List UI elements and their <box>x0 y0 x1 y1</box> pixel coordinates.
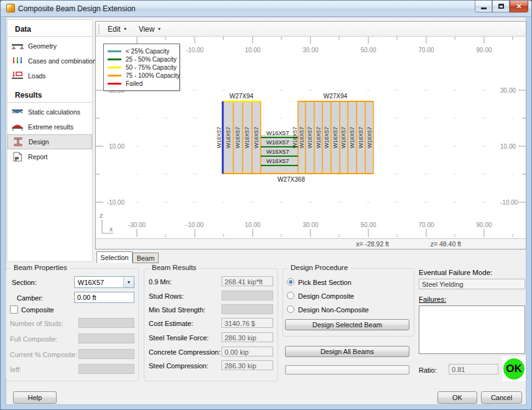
sidebar-item-design[interactable]: Design <box>7 134 92 149</box>
menu-edit[interactable]: Edit▼ <box>104 24 131 35</box>
axis-tick-label: 30.00 <box>302 47 318 54</box>
result-row-label: 0.9 Mn: <box>149 278 172 286</box>
design-canvas-panel: Edit▼ View▼ -10.00 10.00 30.00 50.00 70.… <box>95 21 526 249</box>
loads-icon <box>11 71 24 81</box>
window-maximize-button[interactable] <box>492 1 510 12</box>
result-row-label: Steel Tensile Force: <box>149 334 208 342</box>
vertical-beam-label: W16X57 <box>349 127 355 149</box>
sidebar-item-cases[interactable]: Cases and combinations <box>7 54 92 68</box>
ieff-label: Ieff: <box>10 366 21 373</box>
group-title: Design Procedure <box>288 264 350 271</box>
sidebar-item-static-calculations[interactable]: Static calculations <box>7 105 92 119</box>
radio-design-non-composite[interactable] <box>287 305 294 313</box>
legend-item: Failed <box>108 80 176 88</box>
chevron-down-icon[interactable]: ▼ <box>123 277 134 287</box>
axis-x-label: x <box>110 226 113 233</box>
current-percent-composite-field <box>78 349 134 359</box>
vertical-beam-label: W16X57 <box>253 127 259 149</box>
number-of-studs-label: Number of Studs: <box>10 320 63 327</box>
sidebar-item-loads[interactable]: Loads <box>7 68 92 83</box>
failure-mode-field: Steel Yielding <box>419 279 525 289</box>
girder-label: W27X94 <box>230 93 254 100</box>
drawing-area[interactable]: -10.00 10.00 30.00 50.00 70.00 90.00 -30… <box>96 37 526 238</box>
result-row-label: Concrete Compression: <box>149 348 221 356</box>
ieff-field <box>78 364 134 374</box>
sidebar-item-label: Geometry <box>28 42 57 50</box>
legend-swatch <box>108 50 121 52</box>
full-composite-field <box>78 333 134 343</box>
radio-label[interactable]: Pick Best Section <box>298 279 352 286</box>
vertical-beam-label: W16X57 <box>292 127 298 149</box>
geometry-icon <box>11 41 24 51</box>
sidebar-item-geometry[interactable]: Geometry <box>7 39 92 54</box>
axis-tick-label: -10.00 <box>186 221 204 228</box>
legend-swatch <box>108 83 121 85</box>
report-icon <box>11 152 24 162</box>
girder-label: W27X94 <box>324 93 348 100</box>
middle-beam-label: W16X57 <box>266 148 289 155</box>
window-close-button[interactable]: ✕ <box>510 1 528 12</box>
vertical-beam-label: W16X57 <box>299 127 305 149</box>
title-bar[interactable]: Composite Beam Design Extension ✕ <box>1 1 532 17</box>
axis-tick-label: 90.00 <box>476 47 492 54</box>
vertical-beam-label: W16X57 <box>216 127 222 149</box>
sidebar-item-label: Report <box>28 153 48 161</box>
sidebar-item-extreme-results[interactable]: Extreme results <box>7 119 92 134</box>
capacity-legend: < 25% Capacity 25 - 50% Capacity 50 - 75… <box>103 44 180 91</box>
chevron-down-icon: ▼ <box>157 27 161 31</box>
radio-design-composite[interactable] <box>287 292 294 299</box>
sidebar: Data Geometry Cases and combinations Loa… <box>7 19 93 262</box>
sidebar-item-label: Design <box>29 138 49 146</box>
axis-tick-label: 10.00 <box>245 221 260 228</box>
sidebar-item-label: Static calculations <box>28 108 80 116</box>
radio-pick-best-section[interactable] <box>287 278 294 286</box>
window-minimize-button[interactable] <box>475 1 492 12</box>
radio-label[interactable]: Design Composite <box>298 292 354 300</box>
sidebar-item-report[interactable]: Report <box>7 149 92 164</box>
axis-z-label: z <box>100 212 103 219</box>
eventual-failure-mode-label: Eventual Failure Mode: <box>419 269 492 276</box>
tab-beam[interactable]: Beam <box>133 253 159 263</box>
axis-tick-label: 90.00 <box>476 221 492 228</box>
menu-view[interactable]: View▼ <box>135 24 166 35</box>
failures-listbox[interactable] <box>419 305 525 354</box>
design-progress-bar <box>285 365 409 375</box>
chevron-down-icon: ▼ <box>123 27 128 31</box>
number-of-studs-field <box>78 318 134 328</box>
result-row-field: 286.30 kip <box>222 332 273 342</box>
legend-swatch <box>108 67 121 68</box>
app-icon <box>6 4 15 12</box>
section-select[interactable]: W16X57 ▼ <box>74 276 134 288</box>
girder-label: W27X368 <box>278 176 305 183</box>
cancel-button[interactable]: Cancel <box>481 391 522 404</box>
axis-tick-label: -10.00 <box>186 47 204 54</box>
axis-tick-label: 70.00 <box>418 47 434 54</box>
axis-tick-label: 70.00 <box>418 221 434 228</box>
tab-selection[interactable]: Selection <box>96 251 133 263</box>
canvas-toolbar: Edit▼ View▼ <box>96 22 526 37</box>
vertical-beam-label: W16X57 <box>315 127 322 149</box>
composite-checkbox-label: Composite <box>21 306 54 314</box>
camber-input[interactable]: 0.00 ft <box>74 292 134 303</box>
composite-checkbox[interactable] <box>10 305 18 314</box>
vertical-beam-label: W16X57 <box>366 127 373 149</box>
design-all-beams-button[interactable]: Design All Beams <box>285 346 409 357</box>
result-row-label: Min Stud Strength: <box>149 306 205 314</box>
static-calculations-icon <box>11 107 24 117</box>
help-button[interactable]: Help <box>13 391 57 404</box>
middle-beam-label: W16X57 <box>266 157 289 164</box>
vertical-beam-label: W16X57 <box>225 127 231 149</box>
axis-tick-label: -10.00 <box>107 199 125 206</box>
toolbar-grip[interactable] <box>98 24 100 34</box>
ok-button[interactable]: OK <box>437 391 477 404</box>
vertical-beam-label: W16X57 <box>332 127 338 149</box>
axis-tick-label: 50.00 <box>360 221 376 228</box>
design-selected-beam-button[interactable]: Design Selected Beam <box>285 319 409 330</box>
cases-and-combinations-icon <box>11 56 24 66</box>
section-value: W16X57 <box>75 279 123 286</box>
axis-tick-label: 10.00 <box>500 143 516 150</box>
radio-label[interactable]: Design Non-Composite <box>298 306 369 314</box>
axis-tick-label: 50.00 <box>360 47 376 54</box>
result-row-field: 0.00 kip <box>222 347 273 356</box>
vertical-beam-label: W16X57 <box>235 127 241 149</box>
